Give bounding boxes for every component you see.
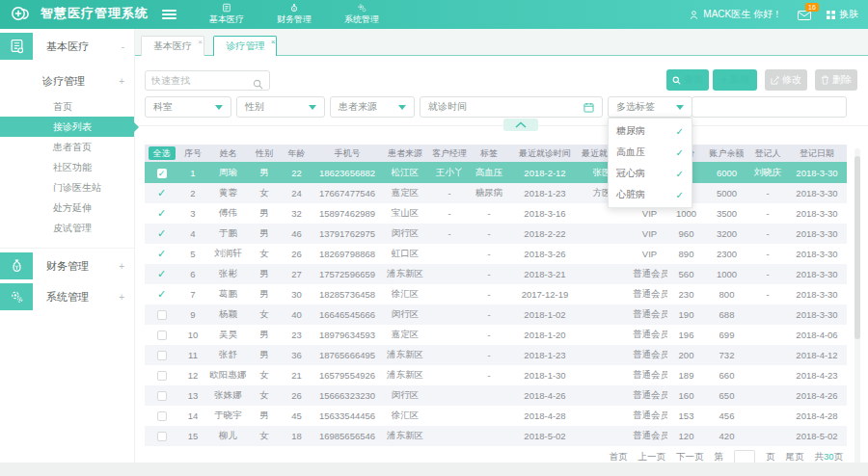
page-last[interactable]: 尾页 (785, 451, 803, 463)
sidebar-submenu-item[interactable]: 社区功能 (0, 157, 134, 177)
cell-age: 46 (280, 224, 313, 244)
delete-button[interactable]: 删除 (815, 69, 857, 91)
department-select[interactable]: 科室 (145, 96, 231, 118)
page-next[interactable]: 下一页 (676, 451, 704, 463)
table-row[interactable]: 15 柳儿 女 18 16985656546 浦东新区 2018-5-02 普通… (145, 426, 847, 446)
page-prev[interactable]: 上一页 (637, 451, 665, 463)
scrollbar-thumb[interactable] (854, 156, 860, 339)
user-menu[interactable]: MACK医生 你好！ (689, 8, 782, 21)
row-checkbox[interactable] (157, 189, 167, 198)
cell-tag: 高血压 (470, 162, 508, 183)
cell-gender: 女 (249, 244, 280, 264)
change-skin-button[interactable]: 换肤 (827, 8, 858, 21)
cell-balance: 6000 (705, 162, 748, 183)
table-row[interactable]: 7 葛鹏 男 30 18285736458 徐汇区 - 2017-12-19 普… (145, 284, 847, 304)
row-checkbox[interactable] (157, 371, 167, 381)
calendar-icon (583, 102, 594, 113)
plus-icon: + (720, 75, 727, 85)
query-button[interactable]: 查询 (666, 69, 709, 91)
row-checkbox[interactable] (157, 310, 167, 320)
table-row[interactable]: 9 杨颖 女 40 16646545666 闵行区 - 2018-1-02 普通… (145, 304, 847, 325)
patient-source-select[interactable]: 患者来源 (330, 96, 415, 118)
cell-last-doctor (582, 264, 632, 284)
visit-date-picker[interactable]: 就诊时间 (420, 96, 603, 118)
cell-register-date: 2018-3-30 (787, 224, 847, 244)
vertical-scrollbar (854, 148, 860, 476)
collapse-filters-button[interactable] (503, 119, 538, 131)
topnav-basic-medical[interactable]: 基本医疗 (193, 0, 260, 26)
tab-basic-medical[interactable]: 基本医疗 × (141, 36, 204, 56)
cell-gender: 男 (249, 264, 280, 284)
tag-option[interactable]: 糖尿病 ✓ (609, 120, 692, 142)
select-all-header[interactable]: 全选 (145, 145, 178, 162)
sidebar-section-system[interactable]: 系统管理 + (0, 283, 134, 310)
row-checkbox[interactable] (157, 229, 167, 239)
cell-seq: 14 (178, 406, 207, 426)
sidebar-submenu-item[interactable]: 门诊医生站 (0, 177, 134, 198)
message-count-badge: 16 (805, 3, 819, 12)
table-row[interactable]: 5 刘润轩 女 26 18269798868 虹口区 - 2018-3-26 V… (145, 244, 847, 264)
table-row[interactable]: 12 欧阳惠娜 女 21 16579554926 浦东新区 - 2018-1-3… (145, 365, 847, 385)
cell-manager: 王小丫 (429, 162, 470, 183)
row-checkbox[interactable] (157, 391, 167, 401)
table-row[interactable]: 1 周瑜 男 22 18623656882 松江区 王小丫 高血压 2018-2… (145, 162, 847, 183)
cell-manager: - (429, 203, 470, 224)
topnav-system[interactable]: 系统管理 (328, 0, 395, 26)
add-button[interactable]: + 新增 (713, 69, 757, 91)
sidebar-group-clinic-management[interactable]: 诊疗管理 + (0, 69, 134, 93)
tag-option[interactable]: 冠心病 ✓ (609, 163, 692, 184)
cell-register-date: 2018-4-12 (787, 345, 847, 365)
page-first[interactable]: 首页 (609, 451, 627, 463)
cell-phone: 17667477546 (313, 183, 381, 203)
main-content: 查询 + 新增 修改 删除 科室 性别 患者来源 就诊时间 多选标签 (135, 56, 868, 463)
cell-member-level: 普通会员 (632, 406, 667, 426)
row-checkbox[interactable] (157, 209, 167, 219)
table-row[interactable]: 4 于鹏 男 46 13791762975 闵行区 - - 2018-2-22 … (145, 224, 847, 244)
row-checkbox[interactable] (157, 169, 167, 178)
hamburger-menu-icon[interactable] (162, 10, 176, 21)
tag-option[interactable]: 高血压 ✓ (609, 142, 692, 163)
cell-registrar (748, 385, 787, 406)
cell-register-date: 2018-5-02 (787, 426, 847, 446)
sidebar-section-basic-medical[interactable]: 基本医疗 - (0, 33, 134, 60)
sidebar-section-finance[interactable]: 财务管理 + (0, 252, 134, 279)
page-number-input[interactable] (734, 450, 755, 463)
messages-button[interactable]: 16 (798, 9, 811, 19)
table-row[interactable]: 3 傅伟 男 32 15897462989 宝山区 - - 2018-3-16 … (145, 203, 847, 224)
trash-icon (821, 75, 829, 85)
row-checkbox[interactable] (157, 351, 167, 360)
table-row[interactable]: 2 黄蓉 女 24 17667477546 嘉定区 - 糖尿病 2018-1-2… (145, 183, 847, 203)
tab-clinic-management[interactable]: 诊疗管理 × (213, 36, 277, 56)
gender-select[interactable]: 性别 (236, 96, 325, 118)
sidebar-submenu-item[interactable]: 首页 (0, 96, 134, 117)
row-checkbox[interactable] (157, 411, 167, 421)
row-checkbox[interactable] (157, 432, 167, 441)
table-row[interactable]: 10 吴昊 男 23 18979634593 嘉定区 - 2018-1-20 普… (145, 325, 847, 345)
sidebar-submenu-item[interactable]: 患者首页 (0, 137, 134, 157)
topnav-finance[interactable]: 财务管理 (260, 0, 328, 26)
close-icon[interactable]: × (198, 33, 203, 51)
cell-last-visit-date: 2018-1-20 (508, 325, 582, 345)
sidebar-submenu-item[interactable]: 皮试管理 (0, 218, 134, 238)
sidebar-submenu-item[interactable]: 接诊列表 (0, 117, 134, 137)
selected-tags-area[interactable] (692, 96, 847, 118)
table-row[interactable]: 14 于晓宇 男 45 15633544456 徐汇区 2018-4-28 普通… (145, 406, 847, 426)
row-checkbox[interactable] (157, 331, 167, 340)
row-checkbox[interactable] (157, 270, 167, 279)
table-row[interactable]: 6 张彬 男 27 17572596659 浦东新区 - 2018-3-21 普… (145, 264, 847, 284)
sidebar-submenu-item[interactable]: 处方延伸 (0, 198, 134, 218)
row-checkbox[interactable] (157, 250, 167, 259)
edit-button[interactable]: 修改 (765, 69, 807, 91)
cell-points: 153 (667, 406, 705, 426)
search-input[interactable] (151, 71, 248, 90)
cell-registrar (748, 345, 787, 365)
close-icon[interactable]: × (271, 33, 276, 51)
cell-gender: 女 (249, 183, 280, 203)
table-row[interactable]: 11 张舒 男 36 18765666495 浦东新区 - 2018-1-23 … (145, 345, 847, 365)
cell-gender: 女 (249, 385, 280, 406)
cell-seq: 1 (178, 162, 207, 183)
row-checkbox[interactable] (157, 290, 167, 300)
table-row[interactable]: 13 张姝娜 女 26 15666323230 闵行区 2018-4-26 普通… (145, 385, 847, 406)
multi-tag-select[interactable]: 多选标签 (608, 96, 692, 118)
tag-option[interactable]: 心脏病 ✓ (609, 184, 692, 205)
